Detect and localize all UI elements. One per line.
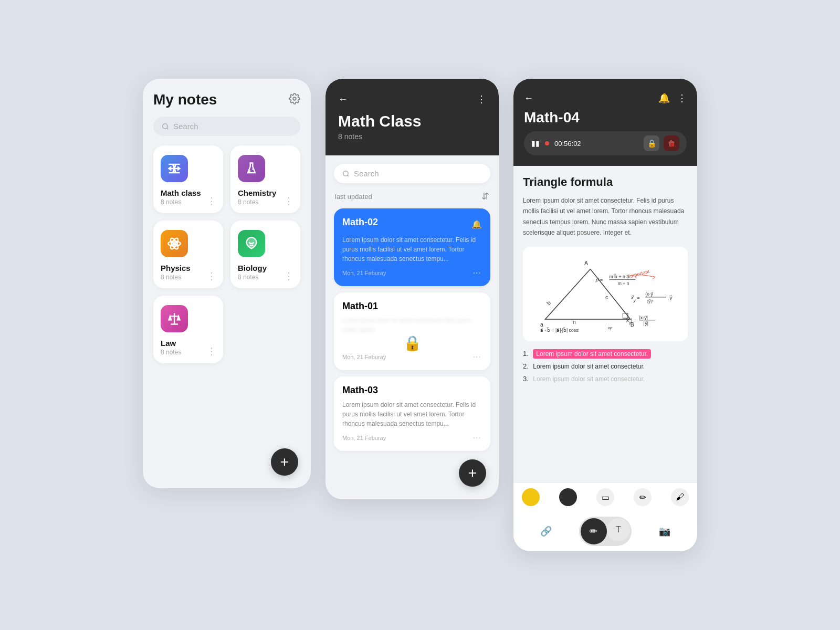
rec-actions: 🔒 🗑 xyxy=(644,135,679,151)
lock-icon: 🔒 xyxy=(403,334,422,352)
note-item-math03-date: Mon, 21 Feburay xyxy=(342,435,386,441)
note-item-math02-date: Mon, 21 Feburay xyxy=(342,270,386,276)
note-item-math03-footer: Mon, 21 Feburay ⋯ xyxy=(342,433,482,443)
screen1-header: My notes xyxy=(153,91,300,108)
svg-text:m·b⃗ + n·a⃗: m·b⃗ + n·a⃗ xyxy=(610,273,629,279)
add-note-button-s2[interactable]: + xyxy=(459,459,486,487)
back-arrow-icon[interactable]: ← xyxy=(338,94,348,105)
screen3-math04: ← 🔔 ⋮ Math-04 ▮▮ 00:56:02 🔒 🗑 Triangle f… xyxy=(513,79,697,551)
screen1-title: My notes xyxy=(153,91,217,108)
physics-icon xyxy=(161,230,188,257)
search-bar-s1[interactable]: Search xyxy=(153,117,300,136)
text-action[interactable]: T xyxy=(607,518,630,541)
svg-text:a⃗ · b⃗ = |a⃗|·|b⃗| cosα: a⃗ · b⃗ = |a⃗|·|b⃗| cosα xyxy=(540,327,579,332)
last-updated-label: last updated xyxy=(335,193,372,201)
svg-text:|x⃗y| =: |x⃗y| = xyxy=(625,317,636,324)
screen3-header: ← 🔔 ⋮ Math-04 ▮▮ 00:56:02 🔒 🗑 xyxy=(513,79,697,166)
notification-icon[interactable]: 🔔 xyxy=(658,92,670,104)
list-item-1-highlighted: Lorem ipsum dolor sit amet consectetur. xyxy=(533,349,651,359)
sort-icon[interactable]: ⇵ xyxy=(481,191,489,202)
link-action[interactable]: 🔗 xyxy=(534,520,558,543)
list-number-1: 1. xyxy=(523,350,529,358)
search-icon-s1 xyxy=(162,123,169,130)
formula-svg: a A B b c n p⃗ = m·b⃗ + n·a⃗ m + n x⃗y =… xyxy=(530,254,680,334)
svg-text:c: c xyxy=(605,294,608,300)
svg-text:x⃗y =: x⃗y = xyxy=(631,294,640,302)
eraser-tool[interactable]: ▭ xyxy=(596,488,614,506)
svg-line-13 xyxy=(348,175,349,176)
recording-bar: ▮▮ 00:56:02 🔒 🗑 xyxy=(524,131,687,155)
svg-point-5 xyxy=(173,242,176,246)
note-item-math02-title: Math-02 xyxy=(342,217,378,228)
chemistry-card-more[interactable]: ⋮ xyxy=(284,196,294,206)
search-placeholder-s2: Search xyxy=(354,169,379,178)
pause-icon[interactable]: ▮▮ xyxy=(531,139,540,148)
formula-box: a A B b c n p⃗ = m·b⃗ + n·a⃗ m + n x⃗y =… xyxy=(523,247,688,342)
math-card-more[interactable]: ⋮ xyxy=(207,196,217,206)
more-options-icon[interactable]: ⋮ xyxy=(477,93,486,105)
list-number-2: 2. xyxy=(523,362,529,370)
screen3-title: Math-04 xyxy=(524,109,687,126)
screen3-body: Triangle formula Lorem ipsum dolor sit a… xyxy=(513,166,697,482)
note-item-math01-date: Mon, 21 Feburay xyxy=(342,354,386,360)
svg-text:important: important xyxy=(628,268,650,279)
search-icon-s2 xyxy=(342,170,350,177)
note-item-math02[interactable]: Math-02 🔔 Lorem ipsum dolor sit amet con… xyxy=(334,208,490,286)
rec-lock-icon[interactable]: 🔒 xyxy=(644,135,659,151)
search-bar-s2[interactable]: Search xyxy=(334,164,490,183)
screens-container: My notes Search xyxy=(143,79,697,551)
screen2-title: Math Class xyxy=(338,112,486,130)
svg-point-3 xyxy=(249,170,251,172)
pencil-tool[interactable]: ✏ xyxy=(634,488,652,506)
svg-text:B: B xyxy=(631,322,634,328)
svg-text:(x·y⃗: (x·y⃗ xyxy=(645,291,654,297)
svg-text:A: A xyxy=(584,260,588,266)
gear-icon[interactable] xyxy=(289,93,300,107)
svg-point-12 xyxy=(343,171,348,175)
search-placeholder-s1: Search xyxy=(173,122,198,131)
yellow-color-tool[interactable] xyxy=(522,488,540,506)
svg-text:|x·y⃗|: |x·y⃗| xyxy=(639,314,648,320)
note-card-law[interactable]: Law 8 notes ⋮ xyxy=(153,296,223,363)
svg-text:· y⃗: · y⃗ xyxy=(666,294,672,300)
svg-text:|y⃗|: |y⃗| xyxy=(643,321,648,326)
black-color-tool[interactable] xyxy=(559,488,577,506)
camera-action[interactable]: 📷 xyxy=(653,520,676,543)
note-item-math03[interactable]: Math-03 Lorem ipsum dolor sit amet conse… xyxy=(334,376,490,451)
svg-point-0 xyxy=(293,97,296,100)
note-list: 1. Lorem ipsum dolor sit amet consectetu… xyxy=(523,349,688,383)
note-item-math01-footer: Mon, 21 Feburay ⋯ xyxy=(342,352,482,362)
svg-text:a: a xyxy=(540,322,543,328)
note-item-math01-more[interactable]: ⋯ xyxy=(472,352,482,362)
highlighter-tool[interactable]: 🖌 xyxy=(671,488,689,506)
screen3-back-icon[interactable]: ← xyxy=(524,93,533,104)
add-note-button-s1[interactable]: + xyxy=(271,448,298,476)
law-card-more[interactable]: ⋮ xyxy=(207,346,217,356)
note-card-chemistry[interactable]: Chemistry 8 notes ⋮ xyxy=(230,145,300,213)
action-bar: 🔗 ✏ T 📷 xyxy=(513,511,697,551)
rec-trash-icon[interactable]: 🗑 xyxy=(664,135,679,151)
screen3-more-icon[interactable]: ⋮ xyxy=(677,92,687,104)
locked-overlay: Lorem ipsum dolor sit amet consectetur f… xyxy=(342,316,482,352)
screen2-nav: ← ⋮ xyxy=(338,93,486,105)
law-icon xyxy=(161,305,188,332)
note-item-math01[interactable]: Math-01 Lorem ipsum dolor sit amet conse… xyxy=(334,292,490,370)
screen2-subtitle: 8 notes xyxy=(338,132,486,141)
note-body-text: Lorem ipsum dolor sit amet consectetur. … xyxy=(523,195,688,238)
svg-text:p⃗ =: p⃗ = xyxy=(595,277,603,282)
rec-time: 00:56:02 xyxy=(554,140,638,148)
note-card-biology[interactable]: Biology 8 notes ⋮ xyxy=(230,220,300,288)
pen-action-active[interactable]: ✏ xyxy=(581,518,607,544)
svg-point-1 xyxy=(163,123,167,128)
recording-dot xyxy=(545,141,549,145)
note-section-title: Triangle formula xyxy=(523,175,688,189)
note-item-math03-text: Lorem ipsum dolor sit amet consectetur. … xyxy=(342,400,482,428)
note-item-math02-more[interactable]: ⋯ xyxy=(472,268,482,278)
note-card-physics[interactable]: Physics 8 notes ⋮ xyxy=(153,220,223,288)
biology-card-more[interactable]: ⋮ xyxy=(284,271,294,281)
note-card-math[interactable]: Math class 8 notes ⋮ xyxy=(153,145,223,213)
note-item-math03-more[interactable]: ⋯ xyxy=(472,433,482,443)
screen3-nav: ← 🔔 ⋮ xyxy=(524,92,687,104)
physics-card-more[interactable]: ⋮ xyxy=(207,271,217,281)
screen2-header: ← ⋮ Math Class 8 notes xyxy=(326,79,499,155)
